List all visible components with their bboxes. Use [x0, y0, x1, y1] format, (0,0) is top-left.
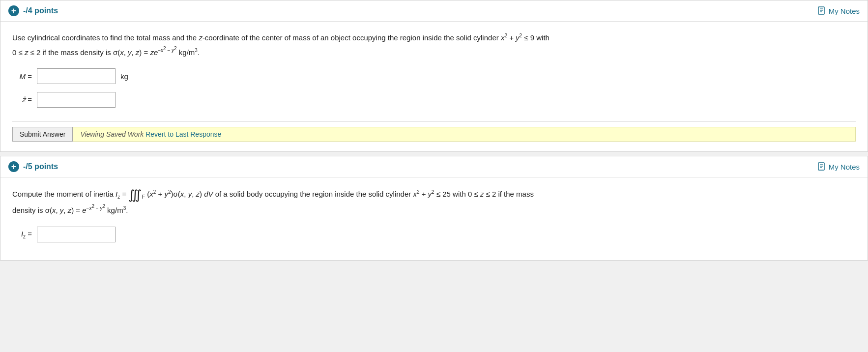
question-1-text: Use cylindrical coordinates to find the … [12, 31, 856, 59]
question-1-points: -/4 points [23, 6, 58, 15]
question-2-block: + -/5 points My Notes Compute the moment… [0, 156, 868, 261]
notes-icon-1 [818, 6, 826, 15]
saved-work-notice-1: Viewing Saved Work Revert to Last Respon… [73, 127, 856, 142]
question-1-points-section: + -/4 points [8, 5, 58, 16]
iz-answer-row: Iz = [12, 227, 856, 242]
m-answer-row: M = kg [12, 68, 856, 84]
question-2-header: + -/5 points My Notes [0, 156, 868, 177]
q2-text-line1: Compute the moment of inertia Iz = ∭F (x… [12, 190, 534, 198]
zbar-label: z̄ = [12, 95, 32, 104]
my-notes-button-1[interactable]: My Notes [818, 6, 860, 15]
iz-input[interactable] [37, 227, 116, 242]
question-2-body: Compute the moment of inertia Iz = ∭F (x… [0, 177, 868, 260]
question-2-points-section: + -/5 points [8, 161, 58, 172]
q1-text-part2: 0 ≤ z ≤ 2 if the mass density is σ(x, y,… [12, 48, 200, 57]
my-notes-label-2: My Notes [829, 163, 860, 171]
expand-icon-2[interactable]: + [8, 161, 19, 172]
m-unit: kg [120, 72, 128, 81]
revert-link-1[interactable]: Revert to Last Response [145, 130, 221, 138]
submit-button-1[interactable]: Submit Answer [12, 127, 73, 142]
m-input[interactable] [37, 68, 116, 84]
question-1-header: + -/4 points My Notes [0, 0, 868, 22]
notes-icon-2 [818, 162, 826, 171]
my-notes-label-1: My Notes [829, 7, 860, 15]
question-1-block: + -/4 points My Notes Use cylindrical co… [0, 0, 868, 152]
question-1-body: Use cylindrical coordinates to find the … [0, 22, 868, 151]
saved-work-text: Viewing Saved Work [80, 130, 145, 138]
zbar-answer-row: z̄ = [12, 92, 856, 108]
m-label: M = [12, 72, 32, 81]
q1-text-part1: Use cylindrical coordinates to find the … [12, 33, 550, 42]
question-2-text: Compute the moment of inertia Iz = ∭F (x… [12, 187, 856, 217]
submit-row-1: Submit Answer Viewing Saved Work Revert … [12, 121, 856, 142]
question-2-points: -/5 points [23, 162, 58, 171]
expand-icon[interactable]: + [8, 5, 19, 16]
zbar-input[interactable] [37, 92, 116, 108]
my-notes-button-2[interactable]: My Notes [818, 162, 860, 171]
iz-label: Iz = [12, 230, 32, 239]
q2-text-line2: density is σ(x, y, z) = e−x2 − y2 kg/m3. [12, 206, 128, 214]
